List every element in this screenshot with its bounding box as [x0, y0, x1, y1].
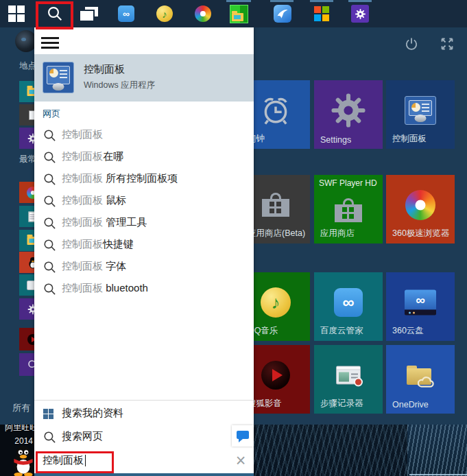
tile-baidu-cloud[interactable]: ∞ 百度云管家: [314, 272, 383, 341]
search-icon: [43, 151, 56, 164]
chat-bubble-icon: [237, 431, 249, 439]
pinwheel-icon: [405, 190, 435, 220]
expand-icon: [439, 36, 455, 52]
tile-steps-recorder[interactable]: 步骤记录器: [314, 345, 383, 414]
tile-360-browser[interactable]: 360极速浏览器: [386, 175, 455, 243]
suggestion-item[interactable]: 控制面板 所有控制面板项: [34, 170, 254, 189]
suggestion-item[interactable]: 控制面板 鼠标: [34, 192, 254, 211]
store-bag-icon: [262, 193, 289, 217]
tile-store[interactable]: SWF Player HD 应用商店: [314, 175, 383, 243]
tile-label: 360云盘: [392, 325, 424, 337]
control-panel-icon: [43, 62, 74, 93]
folder-icon: [230, 5, 248, 23]
cloud-drive-icon: ∞: [405, 290, 436, 316]
tile-settings[interactable]: Settings: [314, 80, 383, 149]
search-icon: [43, 239, 56, 252]
search-icon: [43, 129, 56, 142]
swallow-icon: [274, 5, 291, 23]
suggestion-item[interactable]: 控制面板快捷键: [34, 236, 254, 255]
start-button[interactable]: [5, 0, 27, 27]
suggestion-item[interactable]: 控制面板 管理工具: [34, 214, 254, 233]
search-icon: [43, 283, 56, 296]
alarm-clock-icon: [258, 93, 294, 128]
suggestion-item[interactable]: 控制面板: [34, 126, 254, 145]
tile-label: 应用商店(Beta): [248, 228, 305, 239]
search-icon: [43, 261, 56, 274]
power-button[interactable]: [403, 36, 420, 55]
desktop-wallpaper-bright-patch: [407, 425, 467, 476]
desktop-window-edge: [409, 474, 467, 475]
web-section-label: 网页: [43, 108, 60, 120]
gear-icon: [329, 91, 368, 130]
taskbar-app-360-browser[interactable]: [191, 0, 215, 27]
screen: 阿里旺旺 2014: [0, 0, 467, 476]
clear-search-button[interactable]: ×: [232, 449, 250, 473]
tile-label: 控制面板: [392, 133, 427, 145]
tile-label: 步骤记录器: [320, 398, 363, 409]
search-icon: [43, 195, 56, 208]
baidu-cloud-icon: ∞: [334, 288, 363, 317]
qq-music-icon: ♪: [156, 5, 173, 22]
search-icon: [43, 173, 56, 186]
store-bag-icon: [335, 198, 362, 223]
result-subtitle: Windows 应用程序: [84, 80, 155, 91]
tile-onedrive[interactable]: OneDrive: [386, 345, 455, 414]
tile-label: Settings: [320, 135, 351, 145]
suggestion-item[interactable]: 控制面板 字体: [34, 258, 254, 277]
suggestion-item[interactable]: 控制面板在哪: [34, 148, 254, 167]
annotation-box-search-button: [36, 1, 73, 29]
expand-start-menu-button[interactable]: [439, 36, 455, 55]
tile-notification-text: SWF Player HD: [319, 178, 377, 188]
result-title: 控制面板: [84, 63, 125, 76]
running-indicator: [310, 0, 333, 2]
search-icon: [43, 217, 56, 230]
baidu-cloud-icon: ∞: [118, 5, 134, 22]
taskbar-app-microsoft[interactable]: [310, 0, 333, 27]
tile-360-cloud-drive[interactable]: ∞ 360云盘: [386, 272, 455, 341]
tile-label: 百度云管家: [320, 325, 363, 337]
taskbar-app-xunlei[interactable]: [270, 0, 295, 27]
taskbar-app-baidu-cloud[interactable]: ∞: [114, 0, 139, 27]
play-circle-icon: [261, 361, 290, 390]
search-result-control-panel[interactable]: 控制面板 Windows 应用程序: [34, 54, 254, 102]
taskbar-app-green-folder[interactable]: [227, 0, 250, 27]
running-indicator: [348, 0, 372, 2]
cloud-icon: [418, 377, 435, 388]
search-box-bottom-edge: [34, 473, 254, 476]
recorder-icon: [336, 366, 361, 385]
qq-music-icon: ♪: [261, 287, 291, 318]
search-icon: [43, 431, 56, 444]
divider: [34, 400, 254, 401]
tile-label: 360极速浏览器: [392, 228, 449, 239]
windows-logo-icon: [43, 409, 53, 419]
windows-logo-icon: [8, 5, 25, 22]
qq-desktop-icon[interactable]: [9, 444, 38, 476]
folder-cloud-icon: [407, 364, 434, 387]
task-view-icon: [80, 7, 98, 21]
search-my-stuff-button[interactable]: 搜索我的资料: [34, 405, 254, 425]
pinwheel-icon: [195, 5, 211, 22]
task-view-button[interactable]: [77, 0, 101, 27]
taskbar-app-settings[interactable]: [348, 0, 372, 27]
tile-label: OneDrive: [392, 400, 429, 409]
ms-squares-icon: [314, 6, 329, 21]
tile-control-panel[interactable]: 控制面板: [386, 80, 455, 149]
running-indicator: [270, 0, 294, 2]
annotation-box-search-input: [36, 451, 114, 473]
qq-penguin-icon: [9, 444, 38, 476]
suggestion-item[interactable]: 控制面板 bluetooth: [34, 280, 254, 299]
all-apps-button[interactable]: 所有: [12, 402, 30, 414]
tile-label: 应用商店: [320, 228, 355, 239]
gear-icon: [351, 5, 369, 23]
control-panel-icon: [405, 96, 436, 125]
taskbar-app-qq-music[interactable]: ♪: [152, 0, 177, 27]
power-icon: [403, 36, 420, 52]
search-web-button[interactable]: 搜索网页: [34, 428, 254, 449]
running-indicator: [226, 0, 251, 2]
feedback-button[interactable]: [232, 425, 254, 447]
search-panel: 控制面板 Windows 应用程序 网页 控制面板 控制面板在哪 控制面板 所有…: [34, 27, 254, 476]
hamburger-menu-button[interactable]: [41, 37, 59, 49]
